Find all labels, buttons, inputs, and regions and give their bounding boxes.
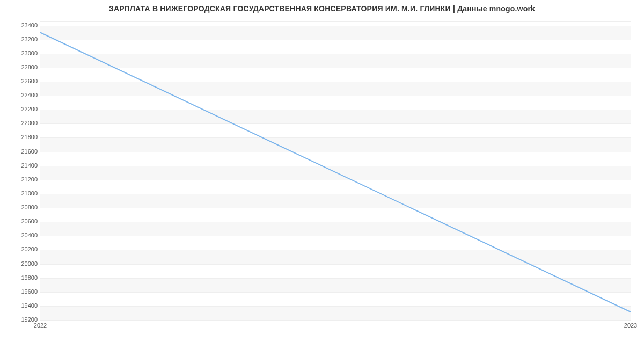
y-tick-label: 20600 <box>5 218 38 224</box>
y-tick-label: 22400 <box>5 92 38 98</box>
y-tick-label: 19800 <box>5 274 38 281</box>
plot-area <box>40 21 631 319</box>
x-tick-label: 2023 <box>624 322 637 329</box>
y-tick-label: 22200 <box>5 106 38 112</box>
y-tick-label: 21800 <box>5 134 38 140</box>
y-tick-label: 19400 <box>5 302 38 309</box>
y-tick-label: 23000 <box>5 50 38 56</box>
y-tick-label: 20000 <box>5 260 38 267</box>
y-tick-label: 21600 <box>5 148 38 155</box>
x-tick-label: 2022 <box>34 322 47 329</box>
y-tick-label: 20800 <box>5 204 38 210</box>
y-tick-label: 22800 <box>5 64 38 70</box>
y-tick-label: 23400 <box>5 22 38 28</box>
y-tick-label: 20200 <box>5 246 38 252</box>
gridline <box>40 320 631 321</box>
series-line <box>40 22 631 319</box>
y-tick-label: 21400 <box>5 162 38 169</box>
y-tick-label: 20400 <box>5 232 38 238</box>
y-tick-label: 19200 <box>5 316 38 323</box>
chart-title: ЗАРПЛАТА В НИЖЕГОРОДСКАЯ ГОСУДАРСТВЕННАЯ… <box>0 4 644 13</box>
y-tick-label: 23200 <box>5 36 38 42</box>
y-tick-label: 21200 <box>5 176 38 183</box>
y-tick-label: 22600 <box>5 78 38 84</box>
y-tick-label: 19600 <box>5 288 38 295</box>
y-tick-label: 21000 <box>5 190 38 197</box>
y-tick-label: 22000 <box>5 120 38 126</box>
